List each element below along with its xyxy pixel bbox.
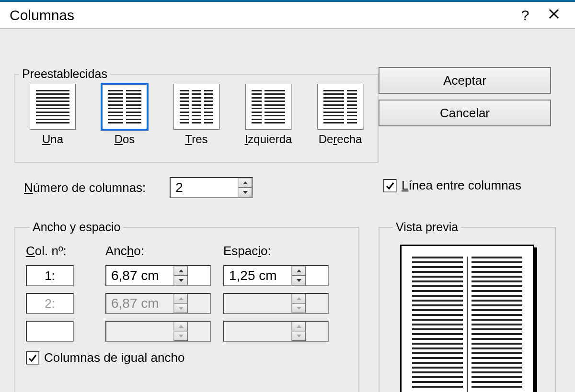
col-header: Col. nº:	[26, 244, 93, 258]
num-columns-label: Número de columnas:	[24, 180, 146, 195]
dialog-title: Columnas	[10, 7, 511, 23]
spinner-disabled	[105, 293, 211, 314]
col-number	[26, 321, 74, 342]
checkbox-icon	[26, 351, 39, 365]
width-space-legend: Ancho y espacio	[30, 220, 123, 234]
preset-thumb-icon	[173, 84, 219, 130]
close-button[interactable]	[540, 8, 568, 22]
line-between-checkbox[interactable]: Línea entre columnas	[383, 178, 521, 193]
spinner[interactable]	[223, 265, 329, 286]
preview-page-icon	[400, 245, 534, 392]
num-columns-spinner[interactable]	[170, 177, 253, 198]
spin-down-icon[interactable]	[238, 188, 252, 197]
close-icon	[548, 8, 560, 20]
preset-label: Dos	[115, 133, 135, 146]
preset-thumb-icon	[102, 84, 148, 130]
spinner-disabled	[105, 321, 211, 342]
spinner-input	[106, 322, 173, 341]
spin-down-icon[interactable]	[292, 276, 306, 285]
width-space-row	[26, 321, 348, 342]
spin-down-icon	[292, 303, 306, 313]
col-number: 2:	[26, 293, 74, 314]
spin-up-icon	[174, 294, 188, 303]
spinner-input	[106, 294, 173, 313]
width-space-group: Ancho y espacio Col. nº: Ancho: Espacio:…	[14, 220, 359, 392]
spinner-input[interactable]	[224, 266, 291, 285]
spin-down-icon	[174, 331, 188, 341]
equal-width-checkbox[interactable]: Columnas de igual ancho	[26, 350, 348, 365]
checkbox-icon	[383, 179, 397, 192]
preset-thumb-icon	[245, 84, 291, 130]
num-columns-row: Número de columnas:	[24, 177, 253, 198]
spin-down-icon	[174, 303, 188, 313]
preset-tres[interactable]: Tres	[168, 84, 225, 146]
spin-up-icon	[174, 322, 188, 331]
equal-width-label: Columnas de igual ancho	[44, 350, 184, 365]
spin-down-icon	[292, 331, 306, 341]
width-space-row: 2:	[26, 293, 348, 314]
spinner-disabled	[223, 293, 329, 314]
preset-thumb-icon	[30, 84, 76, 130]
preview-group: Vista previa	[379, 220, 556, 392]
spinner-input	[224, 322, 291, 341]
preset-label: Derecha	[319, 133, 362, 146]
preset-thumb-icon	[317, 84, 363, 130]
presets-group: Preestablecidas UnaDosTresIzquierdaDerec…	[14, 67, 379, 163]
preset-label: Izquierda	[245, 133, 292, 146]
preset-izquierda[interactable]: Izquierda	[240, 84, 297, 146]
spinner-input	[224, 294, 291, 313]
spinner-disabled	[223, 321, 329, 342]
preset-dos[interactable]: Dos	[96, 84, 153, 146]
ok-button[interactable]: Aceptar	[379, 67, 551, 94]
preset-derecha[interactable]: Derecha	[311, 84, 369, 146]
spin-up-icon[interactable]	[292, 266, 306, 276]
preset-una[interactable]: Una	[24, 84, 81, 146]
spin-down-icon[interactable]	[174, 276, 188, 285]
space-header: Espacio:	[223, 244, 329, 258]
num-columns-input[interactable]	[171, 178, 238, 197]
width-space-row: 1:	[26, 265, 348, 286]
spin-up-icon	[292, 322, 306, 331]
cancel-button[interactable]: Cancelar	[379, 100, 551, 126]
width-header: Ancho:	[105, 244, 211, 258]
line-between-label: Línea entre columnas	[402, 178, 521, 193]
spinner[interactable]	[105, 265, 211, 286]
preset-label: Una	[42, 133, 63, 146]
spin-up-icon	[292, 294, 306, 303]
spin-up-icon[interactable]	[238, 178, 252, 188]
help-button[interactable]: ?	[511, 8, 540, 22]
preset-label: Tres	[185, 133, 207, 146]
presets-legend: Preestablecidas	[19, 67, 110, 81]
col-number: 1:	[26, 265, 74, 286]
title-bar: Columnas ?	[0, 0, 575, 29]
spinner-input[interactable]	[106, 266, 173, 285]
preview-legend: Vista previa	[393, 220, 461, 234]
spin-up-icon[interactable]	[174, 266, 188, 276]
